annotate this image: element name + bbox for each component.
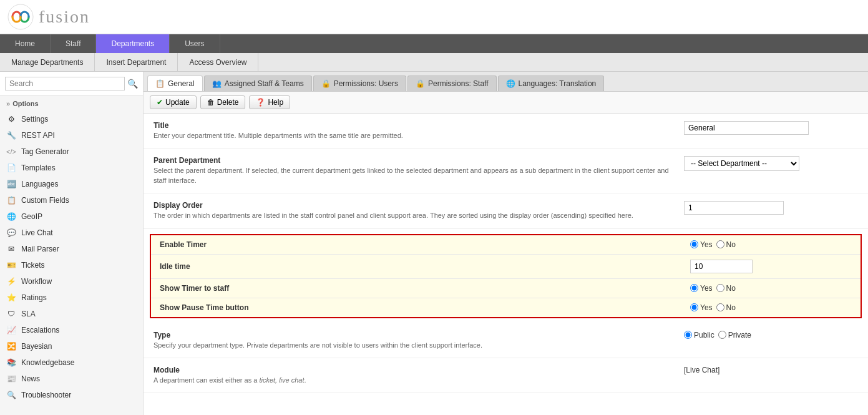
sidebar-item-ratings[interactable]: ⭐ Ratings <box>0 290 143 306</box>
sidebar-item-knowledgebase[interactable]: 📚 Knowledgebase <box>0 354 143 371</box>
field-idle-time-label: Idle time <box>160 262 684 271</box>
enable-timer-no-radio[interactable] <box>716 240 724 248</box>
field-show-pause-label: Show Pause Time button <box>160 303 684 312</box>
sidebar-item-troubleshooter[interactable]: 🔍 Troubleshooter <box>0 387 143 403</box>
field-enable-timer-label: Enable Timer <box>160 240 684 249</box>
sidebar-item-custom-fields[interactable]: 📋 Custom Fields <box>0 192 143 208</box>
delete-button[interactable]: 🗑 Delete <box>200 95 246 109</box>
tab-assigned-staff[interactable]: 👥 Assigned Staff & Teams <box>204 76 312 91</box>
subnav-access[interactable]: Access Overview <box>178 53 258 71</box>
show-pause-yes-radio[interactable] <box>690 303 698 311</box>
sidebar-item-geoip[interactable]: 🌐 GeoIP <box>0 208 143 225</box>
show-timer-yes-radio[interactable] <box>690 284 698 292</box>
enable-timer-yes-radio[interactable] <box>690 240 698 248</box>
type-private-radio[interactable] <box>718 331 726 339</box>
sub-nav: Manage Departments Insert Department Acc… <box>0 53 868 72</box>
field-title-control <box>678 121 858 135</box>
field-parent-desc: Select the parent department. If selecte… <box>154 166 678 185</box>
news-icon: 📰 <box>6 374 16 384</box>
field-parent-row: Parent Department Select the parent depa… <box>144 149 868 193</box>
nav-home[interactable]: Home <box>0 34 51 53</box>
sidebar-item-sla[interactable]: 🛡 SLA <box>0 306 143 322</box>
nav-staff[interactable]: Staff <box>51 34 96 53</box>
tab-permissions-staff[interactable]: 🔒 Permissions: Staff <box>407 76 496 91</box>
sidebar-item-tag-generator[interactable]: </> Tag Generator <box>0 144 143 160</box>
sidebar-item-languages[interactable]: 🔤 Languages <box>0 176 143 192</box>
field-order-control <box>678 201 858 215</box>
top-nav: Home Staff Departments Users <box>0 34 868 53</box>
sidebar: 🔍 Options ⚙ Settings 🔧 REST API </> Tag … <box>0 72 144 415</box>
show-pause-no-radio[interactable] <box>716 303 724 311</box>
sidebar-item-bayesian[interactable]: 🔀 Bayesian <box>0 338 143 354</box>
search-input[interactable] <box>5 77 125 90</box>
field-show-pause-control: Yes No <box>684 303 852 312</box>
field-type-desc: Specify your department type. Private de… <box>154 341 678 350</box>
ratings-icon: ⭐ <box>6 293 16 303</box>
template-icon: 📄 <box>6 163 16 173</box>
sidebar-item-tickets[interactable]: 🎫 Tickets <box>0 257 143 273</box>
parent-department-select[interactable]: -- Select Department -- <box>684 156 799 171</box>
tab-general[interactable]: 📋 General <box>147 76 203 91</box>
sidebar-item-workflow[interactable]: ⚡ Workflow <box>0 273 143 290</box>
update-icon: ✔ <box>157 98 163 107</box>
search-bar: 🔍 <box>0 72 143 96</box>
logo-text: fusion <box>39 7 90 27</box>
enable-timer-no-label[interactable]: No <box>716 240 736 249</box>
field-title-desc: Enter your department title. Multiple de… <box>154 131 678 140</box>
type-private-label[interactable]: Private <box>718 331 751 339</box>
api-icon: 🔧 <box>6 130 16 140</box>
trouble-icon: 🔍 <box>6 390 16 400</box>
field-show-timer-label: Show Timer to staff <box>160 284 684 293</box>
gear-icon: ⚙ <box>6 114 16 124</box>
field-title-label: Title <box>154 121 678 130</box>
show-timer-yes-label[interactable]: Yes <box>690 284 713 293</box>
update-button[interactable]: ✔ Update <box>150 95 197 109</box>
type-radio-group: Public Private <box>684 331 751 339</box>
tag-icon: </> <box>6 147 16 157</box>
tab-languages[interactable]: 🌐 Languages: Translation <box>498 76 605 91</box>
field-module-label: Module <box>154 366 678 374</box>
show-timer-no-radio[interactable] <box>716 284 724 292</box>
form-area: Title Enter your department title. Multi… <box>144 114 868 393</box>
subnav-insert[interactable]: Insert Department <box>95 53 178 71</box>
field-show-timer-row: Show Timer to staff Yes No <box>151 279 861 298</box>
sidebar-item-rest-api[interactable]: 🔧 REST API <box>0 127 143 144</box>
sidebar-item-mail-parser[interactable]: ✉ Mail Parser <box>0 241 143 257</box>
field-order-row: Display Order The order in which departm… <box>144 193 868 228</box>
idle-time-input[interactable] <box>690 260 753 273</box>
show-pause-radio-group: Yes No <box>690 303 736 312</box>
type-public-radio[interactable] <box>684 331 692 339</box>
field-parent-control: -- Select Department -- <box>678 156 858 171</box>
sidebar-item-news[interactable]: 📰 News <box>0 371 143 387</box>
sla-icon: 🛡 <box>6 309 16 319</box>
kb-icon: 📚 <box>6 358 16 368</box>
title-input[interactable] <box>684 121 809 135</box>
sidebar-item-escalations[interactable]: 📈 Escalations <box>0 322 143 338</box>
mail-icon: ✉ <box>6 244 16 254</box>
tab-permissions-users[interactable]: 🔒 Permissions: Users <box>313 76 406 91</box>
type-public-label[interactable]: Public <box>684 331 714 339</box>
sidebar-item-templates[interactable]: 📄 Templates <box>0 160 143 176</box>
field-parent-label-area: Parent Department Select the parent depa… <box>154 156 678 185</box>
sidebar-item-settings[interactable]: ⚙ Settings <box>0 111 143 127</box>
show-pause-yes-label[interactable]: Yes <box>690 303 713 312</box>
enable-timer-radio-group: Yes No <box>690 240 736 249</box>
nav-departments[interactable]: Departments <box>96 34 170 53</box>
enable-timer-yes-label[interactable]: Yes <box>690 240 713 249</box>
logo-area: fusion <box>7 4 90 30</box>
show-timer-no-label[interactable]: No <box>716 284 736 293</box>
ticket-icon: 🎫 <box>6 260 16 270</box>
nav-users[interactable]: Users <box>170 34 220 53</box>
language-icon: 🔤 <box>6 179 16 189</box>
display-order-input[interactable] <box>684 201 784 215</box>
content-tabs: 📋 General 👥 Assigned Staff & Teams 🔒 Per… <box>144 72 868 92</box>
sidebar-item-live-chat[interactable]: 💬 Live Chat <box>0 225 143 241</box>
field-module-row: Module A department can exist either as … <box>144 358 868 393</box>
content-area: 📋 General 👥 Assigned Staff & Teams 🔒 Per… <box>144 72 868 415</box>
toolbar: ✔ Update 🗑 Delete ❓ Help <box>144 92 868 114</box>
help-button[interactable]: ❓ Help <box>249 95 290 109</box>
geo-icon: 🌐 <box>6 212 16 222</box>
subnav-manage[interactable]: Manage Departments <box>0 53 95 71</box>
show-pause-no-label[interactable]: No <box>716 303 736 312</box>
field-type-label: Type <box>154 331 678 339</box>
